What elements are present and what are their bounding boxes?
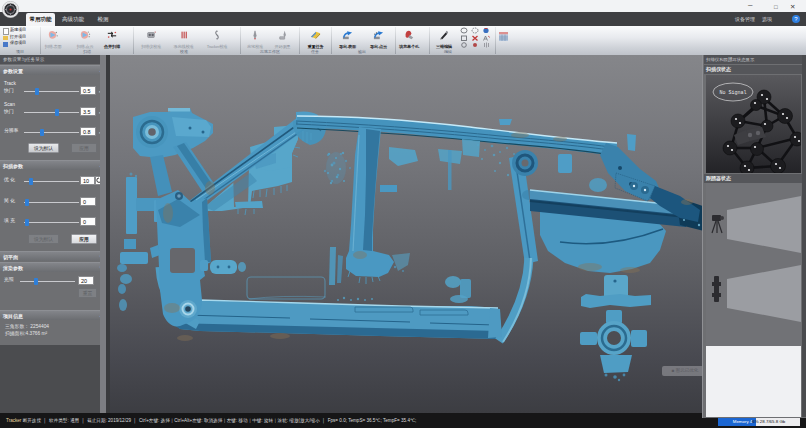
svg-text:No Signal: No Signal <box>719 90 746 96</box>
